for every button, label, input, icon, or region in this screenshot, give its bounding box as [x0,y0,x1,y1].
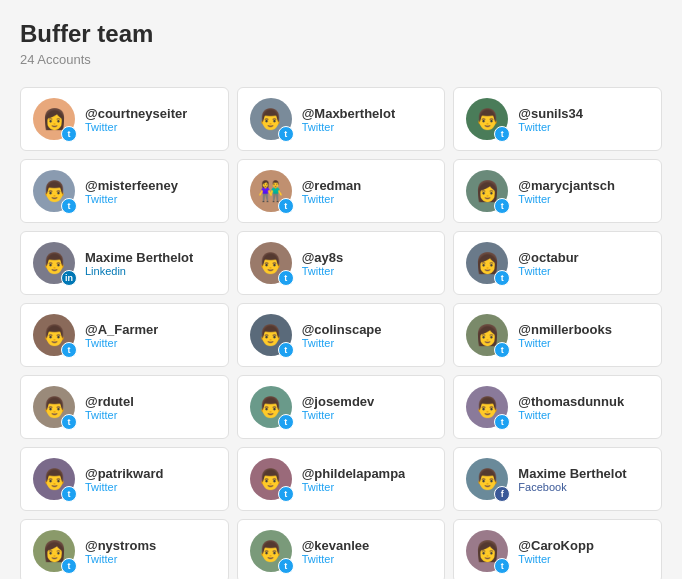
account-name: @nystroms [85,538,156,553]
platform-badge-twitter: t [278,486,294,502]
account-platform: Twitter [85,121,187,133]
account-info: @sunils34 Twitter [518,106,583,133]
account-platform: Twitter [518,121,583,133]
platform-badge-twitter: t [494,342,510,358]
account-platform: Twitter [518,265,578,277]
account-platform: Twitter [302,553,370,565]
account-platform: Twitter [518,409,624,421]
avatar-wrapper: 👩 t [466,314,508,356]
account-name: @Maxberthelot [302,106,396,121]
account-platform: Twitter [85,481,163,493]
account-info: @kevanlee Twitter [302,538,370,565]
platform-badge-linkedin: in [61,270,77,286]
avatar-wrapper: 👨 t [33,386,75,428]
account-card[interactable]: 👨 t @thomasdunnuk Twitter [453,375,662,439]
account-card[interactable]: 👨 t @sunils34 Twitter [453,87,662,151]
account-platform: Linkedin [85,265,193,277]
account-card[interactable]: 👨 t @ay8s Twitter [237,231,446,295]
account-info: @rdutel Twitter [85,394,134,421]
account-name: @A_Farmer [85,322,158,337]
avatar-wrapper: 👩 t [466,242,508,284]
account-platform: Twitter [518,193,615,205]
account-info: @colinscape Twitter [302,322,382,349]
account-card[interactable]: 👩 t @octabur Twitter [453,231,662,295]
platform-badge-twitter: t [61,414,77,430]
account-name: @misterfeeney [85,178,178,193]
avatar-wrapper: 👩 t [466,170,508,212]
account-info: @misterfeeney Twitter [85,178,178,205]
account-info: @patrikward Twitter [85,466,163,493]
account-card[interactable]: 👨 in Maxime Berthelot Linkedin [20,231,229,295]
account-info: @marycjantsch Twitter [518,178,615,205]
avatar-wrapper: 👩 t [33,530,75,572]
platform-badge-twitter: t [278,414,294,430]
platform-badge-twitter: t [278,270,294,286]
avatar-wrapper: 👨 t [250,314,292,356]
avatar-wrapper: 👨 t [466,386,508,428]
platform-badge-twitter: t [61,342,77,358]
account-info: @ay8s Twitter [302,250,344,277]
avatar-wrapper: 👨 in [33,242,75,284]
account-name: @colinscape [302,322,382,337]
account-platform: Twitter [302,481,406,493]
account-card[interactable]: 👨 t @josemdev Twitter [237,375,446,439]
platform-badge-twitter: t [61,558,77,574]
account-name: @redman [302,178,362,193]
account-platform: Twitter [518,337,612,349]
account-name: @rdutel [85,394,134,409]
account-platform: Twitter [302,409,375,421]
avatar-wrapper: 👨 t [33,314,75,356]
platform-badge-twitter: t [494,558,510,574]
account-card[interactable]: 👩 t @CaroKopp Twitter [453,519,662,579]
platform-badge-twitter: t [278,198,294,214]
account-name: @phildelapampa [302,466,406,481]
account-card[interactable]: 👨 t @rdutel Twitter [20,375,229,439]
account-platform: Twitter [302,121,396,133]
account-name: @thomasdunnuk [518,394,624,409]
platform-badge-twitter: t [61,126,77,142]
account-card[interactable]: 👨 t @phildelapampa Twitter [237,447,446,511]
account-name: @kevanlee [302,538,370,553]
account-name: @patrikward [85,466,163,481]
account-card[interactable]: 👨 t @kevanlee Twitter [237,519,446,579]
account-name: @ay8s [302,250,344,265]
avatar-wrapper: 👩 t [466,530,508,572]
account-card[interactable]: 👨 t @misterfeeney Twitter [20,159,229,223]
platform-badge-facebook: f [494,486,510,502]
account-card[interactable]: 👩 t @courtneyseiter Twitter [20,87,229,151]
accounts-grid: 👩 t @courtneyseiter Twitter 👨 t @Maxbert… [20,87,662,579]
platform-badge-twitter: t [278,126,294,142]
account-platform: Twitter [302,265,344,277]
account-card[interactable]: 👨 f Maxime Berthelot Facebook [453,447,662,511]
account-card[interactable]: 👩 t @nystroms Twitter [20,519,229,579]
account-card[interactable]: 👨 t @A_Farmer Twitter [20,303,229,367]
account-name: @courtneyseiter [85,106,187,121]
account-card[interactable]: 👨 t @Maxberthelot Twitter [237,87,446,151]
avatar-wrapper: 👨 t [250,242,292,284]
account-card[interactable]: 👫 t @redman Twitter [237,159,446,223]
account-info: @CaroKopp Twitter [518,538,594,565]
account-card[interactable]: 👨 t @patrikward Twitter [20,447,229,511]
platform-badge-twitter: t [494,270,510,286]
account-info: @Maxberthelot Twitter [302,106,396,133]
account-card[interactable]: 👨 t @colinscape Twitter [237,303,446,367]
avatar-wrapper: 👨 t [250,98,292,140]
avatar-wrapper: 👨 t [250,386,292,428]
avatar-wrapper: 👩 t [33,98,75,140]
account-count: 24 Accounts [20,52,662,67]
avatar-wrapper: 👨 t [250,458,292,500]
avatar-wrapper: 👨 t [250,530,292,572]
account-name: @sunils34 [518,106,583,121]
platform-badge-twitter: t [494,198,510,214]
account-name: Maxime Berthelot [85,250,193,265]
avatar-wrapper: 👨 f [466,458,508,500]
account-info: @thomasdunnuk Twitter [518,394,624,421]
account-card[interactable]: 👩 t @nmillerbooks Twitter [453,303,662,367]
account-info: @redman Twitter [302,178,362,205]
account-card[interactable]: 👩 t @marycjantsch Twitter [453,159,662,223]
account-name: Maxime Berthelot [518,466,626,481]
platform-badge-twitter: t [278,342,294,358]
account-name: @marycjantsch [518,178,615,193]
account-platform: Twitter [85,409,134,421]
account-info: @phildelapampa Twitter [302,466,406,493]
